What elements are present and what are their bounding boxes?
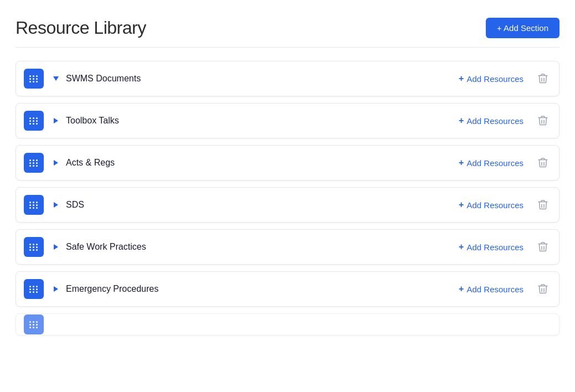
section-actions-safe-work-practices: + Add Resources xyxy=(454,238,551,256)
chevron-right-icon xyxy=(54,118,58,123)
drag-handle-sds[interactable] xyxy=(24,195,44,215)
delete-button-emergency-procedures[interactable] xyxy=(535,280,551,298)
drag-handle-icon xyxy=(29,321,38,328)
chevron-right-icon xyxy=(54,244,58,250)
add-resources-label: Add Resources xyxy=(466,285,523,294)
page-title: Resource Library xyxy=(16,18,146,38)
chevron-button-emergency-procedures[interactable] xyxy=(49,282,63,296)
section-row: Acts & Regs + Add Resources xyxy=(16,145,559,180)
trash-icon xyxy=(538,157,548,168)
section-name-acts-regs: Acts & Regs xyxy=(66,158,454,168)
delete-button-safe-work-practices[interactable] xyxy=(535,238,551,256)
add-resources-label: Add Resources xyxy=(466,158,523,168)
add-resources-button-sds[interactable]: + Add Resources xyxy=(454,197,528,213)
section-name-emergency-procedures: Emergency Procedures xyxy=(66,284,454,294)
chevron-right-icon xyxy=(54,202,58,208)
chevron-button-safe-work-practices[interactable] xyxy=(49,240,63,254)
plus-icon: + xyxy=(459,74,464,84)
trash-icon xyxy=(538,199,548,210)
drag-handle[interactable] xyxy=(24,314,44,334)
section-row: Emergency Procedures + Add Resources xyxy=(16,271,559,307)
add-resources-button-acts-regs[interactable]: + Add Resources xyxy=(454,154,528,171)
drag-handle-safe-work-practices[interactable] xyxy=(24,237,44,257)
drag-handle-icon xyxy=(29,117,38,125)
add-resources-label: Add Resources xyxy=(466,243,523,252)
drag-handle-toolbox-talks[interactable] xyxy=(24,111,44,131)
add-resources-button-toolbox-talks[interactable]: + Add Resources xyxy=(454,112,528,129)
section-actions-sds: + Add Resources xyxy=(454,196,551,214)
trash-icon xyxy=(538,73,548,84)
chevron-down-icon xyxy=(53,76,59,81)
trash-icon xyxy=(538,115,548,126)
chevron-button-toolbox-talks[interactable] xyxy=(49,114,63,127)
delete-button-acts-regs[interactable] xyxy=(535,154,551,172)
trash-icon xyxy=(538,241,548,252)
sections-list: SWMS Documents + Add Resources Toolbox T… xyxy=(16,61,559,336)
section-name-toolbox-talks: Toolbox Talks xyxy=(66,116,454,126)
section-row: SDS + Add Resources xyxy=(16,187,559,223)
add-resources-button-emergency-procedures[interactable]: + Add Resources xyxy=(454,281,528,297)
drag-handle-icon xyxy=(29,286,38,293)
delete-button-toolbox-talks[interactable] xyxy=(535,112,551,130)
section-name-sds: SDS xyxy=(66,200,454,210)
chevron-right-icon xyxy=(54,160,58,166)
drag-handle-icon xyxy=(29,202,38,209)
add-resources-label: Add Resources xyxy=(466,200,523,210)
page-header: Resource Library + Add Section xyxy=(16,18,559,48)
chevron-button-swms-documents[interactable] xyxy=(49,72,63,85)
plus-icon: + xyxy=(459,116,464,126)
trash-icon xyxy=(538,283,548,295)
chevron-right-icon xyxy=(54,286,58,292)
plus-icon: + xyxy=(459,158,464,168)
section-actions-acts-regs: + Add Resources xyxy=(454,154,551,172)
add-resources-label: Add Resources xyxy=(466,74,523,84)
drag-handle-acts-regs[interactable] xyxy=(24,153,44,173)
add-resources-label: Add Resources xyxy=(466,116,523,126)
chevron-button-sds[interactable] xyxy=(49,198,63,212)
page-container: Resource Library + Add Section SWMS Docu… xyxy=(0,0,575,392)
section-name-swms-documents: SWMS Documents xyxy=(66,74,454,84)
drag-handle-icon xyxy=(29,159,38,167)
drag-handle-swms-documents[interactable] xyxy=(24,69,44,89)
plus-icon: + xyxy=(459,200,464,210)
section-row xyxy=(16,313,559,336)
plus-icon: + xyxy=(459,242,464,252)
plus-icon: + xyxy=(459,284,464,294)
add-resources-button-swms-documents[interactable]: + Add Resources xyxy=(454,70,528,87)
chevron-button-acts-regs[interactable] xyxy=(49,156,63,169)
section-row: SWMS Documents + Add Resources xyxy=(16,61,559,96)
section-actions-emergency-procedures: + Add Resources xyxy=(454,280,551,298)
drag-handle-icon xyxy=(29,244,38,251)
delete-button-swms-documents[interactable] xyxy=(535,70,551,87)
section-row: Safe Work Practices + Add Resources xyxy=(16,229,559,265)
drag-handle-emergency-procedures[interactable] xyxy=(24,279,44,299)
delete-button-sds[interactable] xyxy=(535,196,551,214)
section-row: Toolbox Talks + Add Resources xyxy=(16,103,559,138)
add-resources-button-safe-work-practices[interactable]: + Add Resources xyxy=(454,239,528,255)
drag-handle-icon xyxy=(29,75,38,82)
section-name-safe-work-practices: Safe Work Practices xyxy=(66,242,454,252)
section-actions-swms-documents: + Add Resources xyxy=(454,70,551,87)
add-section-button[interactable]: + Add Section xyxy=(486,18,559,38)
section-actions-toolbox-talks: + Add Resources xyxy=(454,112,551,130)
